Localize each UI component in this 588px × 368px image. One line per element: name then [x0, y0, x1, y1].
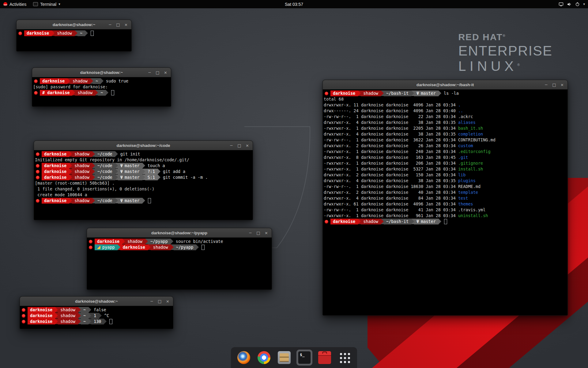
powerline-separator — [115, 169, 118, 174]
terminal-window[interactable]: darknoise@shadow:~/pyapp ─ □ × darknoise… — [87, 228, 272, 290]
terminal-line: drwxrwxr-x. 2 darknoise darknoise 40 Jan… — [324, 190, 567, 195]
terminal-line: darknoiseshadow~/codeΨmaster?:1git add a — [35, 169, 252, 174]
close-button[interactable]: × — [164, 298, 171, 305]
terminal-window[interactable]: darknoise@shadow:~ ─ □ × darknoiseshadow… — [16, 20, 132, 52]
terminal-line: 1 file changed, 0 insertions(+), 0 delet… — [35, 186, 252, 192]
window-titlebar[interactable]: darknoise@shadow:~/pyapp ─ □ × — [87, 228, 272, 238]
powerline-separator — [358, 90, 361, 96]
powerline-separator — [381, 219, 384, 224]
system-status-area[interactable]: ▾ — [559, 2, 588, 6]
window-titlebar[interactable]: darknoise@shadow:~ ─ □ × — [20, 297, 173, 306]
maximize-button[interactable]: □ — [255, 229, 262, 236]
dock-firefox[interactable] — [236, 350, 252, 366]
prompt-segment-git: Ψmaster — [118, 169, 142, 174]
powerline-separator — [411, 90, 414, 96]
file-name: template — [458, 190, 478, 195]
prompt-segment-path: ~/code — [95, 198, 115, 204]
window-title: darknoise@shadow:~/bash-it — [323, 82, 567, 87]
powerline-separator — [67, 78, 70, 84]
powerline-separator — [89, 319, 91, 324]
powerline-separator — [92, 174, 95, 180]
prompt-segment-path: ~ — [81, 307, 89, 313]
powerline-separator — [78, 313, 81, 318]
output-text: drwx------. 24 darknoise darknoise 4096 … — [324, 108, 458, 114]
minimize-button[interactable]: ─ — [107, 21, 114, 28]
dock-file-manager[interactable] — [276, 350, 292, 366]
output-text: -rwxrwxr-x. 1 darknoise darknoise 206 Ja… — [324, 160, 458, 166]
terminal-content[interactable]: darknoiseshadow~/pyappsource bin/activat… — [87, 238, 272, 289]
terminal-line: drwxrwxr-x. 8 darknoise darknoise 163 Ja… — [324, 155, 567, 160]
terminal-window[interactable]: darknoise@shadow:~ ─ □ × darknoiseshadow… — [32, 67, 171, 107]
powerline-separator — [118, 244, 120, 250]
maximize-button[interactable]: □ — [154, 69, 161, 76]
chevron-down-icon: ▾ — [583, 2, 585, 6]
powerline-separator — [106, 90, 108, 95]
chrome-icon — [258, 351, 270, 364]
prompt-segment-git: Ψmaster — [414, 90, 439, 96]
dock-chrome[interactable] — [256, 350, 272, 366]
prompt-segment-git: Ψmaster — [414, 219, 439, 224]
terminal-window[interactable]: darknoise@shadow:~/code ─ □ × darknoises… — [34, 140, 253, 220]
file-name: themes — [458, 201, 473, 207]
terminal-content[interactable]: darknoiseshadow~ — [17, 29, 131, 51]
rhel-branding: RED HAT® ENTERPRISE LINUX® — [458, 32, 552, 74]
maximize-button[interactable]: □ — [551, 81, 558, 88]
terminal-line: drwxrwxr-x. 61 darknoise darknoise 4096 … — [324, 201, 567, 207]
close-button[interactable]: × — [559, 81, 566, 88]
terminal-content[interactable]: darknoiseshadow~/bash-itΨmasterls -latot… — [323, 90, 567, 315]
terminal-line: -rwxrwxr-x. 1 darknoise darknoise 5327 J… — [324, 166, 567, 172]
dock-toolbox[interactable] — [317, 350, 333, 366]
app-menu-terminal[interactable]: Terminal ▾ — [30, 0, 63, 8]
terminal-window[interactable]: darknoise@shadow:~/bash-it ─ □ × darknoi… — [322, 80, 568, 316]
minimize-button[interactable]: ─ — [543, 81, 550, 88]
window-titlebar[interactable]: darknoise@shadow:~ ─ □ × — [17, 20, 131, 29]
terminal-window[interactable]: darknoise@shadow:~ ─ □ × darknoiseshadow… — [20, 296, 173, 329]
maximize-button[interactable]: □ — [156, 298, 163, 305]
file-name: bash_it.sh — [458, 125, 483, 131]
prompt-segment-user: darknoise — [95, 239, 122, 244]
prompt-segment-host: shadow — [70, 78, 90, 84]
branding-linux: LINUX® — [458, 58, 552, 74]
terminal-content[interactable]: darknoiseshadow~sudo true[sudo] password… — [32, 77, 171, 106]
terminal-icon — [298, 351, 311, 364]
minimize-button[interactable]: ─ — [228, 142, 235, 149]
minimize-button[interactable]: ─ — [146, 69, 153, 76]
close-button[interactable]: × — [244, 142, 251, 149]
maximize-button[interactable]: □ — [115, 21, 122, 28]
dock-app-grid[interactable] — [337, 350, 352, 365]
powerline-separator — [75, 30, 77, 36]
prompt-segment-path: ~/code — [95, 151, 115, 157]
prompt-segment-user: darknoise — [28, 313, 55, 319]
terminal-content[interactable]: darknoiseshadow~falsedarknoiseshadow~1^C… — [20, 306, 173, 329]
prompt-segment-host: shadow — [58, 319, 78, 324]
branding-enterprise: ENTERPRISE — [458, 43, 552, 59]
prompt-segment-path: ~/bash-it — [384, 90, 411, 96]
file-name: custom — [458, 143, 473, 149]
window-titlebar[interactable]: darknoise@shadow:~ ─ □ × — [32, 68, 171, 77]
activities-button[interactable]: Activities — [0, 0, 30, 8]
dock-terminal[interactable] — [296, 350, 312, 366]
terminal-line: darknoiseshadow~/codeΨmasterS:1git commi… — [35, 174, 252, 180]
powerline-separator — [196, 244, 199, 250]
powerline-separator — [122, 239, 125, 244]
prompt-segment-user: # darknoise — [40, 90, 72, 96]
file-name: .gitignore — [458, 160, 483, 166]
minimize-button[interactable]: ─ — [247, 229, 254, 236]
minimize-button[interactable]: ─ — [148, 298, 155, 305]
clock[interactable]: Sat 03:57 — [283, 0, 305, 8]
close-button[interactable]: × — [123, 21, 130, 28]
prompt-segment-host: shadow — [361, 219, 381, 224]
window-titlebar[interactable]: darknoise@shadow:~/code ─ □ × — [34, 141, 253, 150]
close-button[interactable]: × — [263, 229, 270, 236]
prompt-segment-user: darknoise — [42, 151, 69, 157]
maximize-button[interactable]: □ — [236, 142, 243, 149]
terminal-line: darknoiseshadow~/codeΨmaster — [35, 198, 252, 204]
powerline-separator — [439, 90, 441, 96]
window-titlebar[interactable]: darknoise@shadow:~/bash-it ─ □ × — [323, 80, 567, 90]
terminal-line: # darknoiseshadow~ — [33, 90, 170, 96]
terminal-content[interactable]: darknoiseshadow~/codegit initInitialized… — [34, 150, 253, 220]
close-button[interactable]: × — [162, 69, 169, 76]
prompt-segment-status: ?:1 — [145, 169, 158, 174]
powerline-separator — [142, 163, 145, 168]
output-text: create mode 100644 a — [35, 192, 87, 198]
